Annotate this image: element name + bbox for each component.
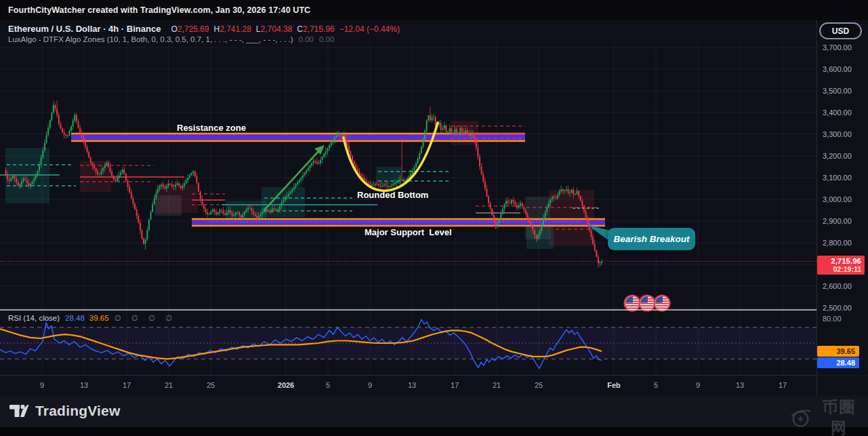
- site-watermark: 币圈网 —ALIBTC.COM—: [789, 397, 864, 436]
- time-label: Feb: [607, 381, 621, 389]
- tradingview-logo-icon: [9, 402, 29, 420]
- rsi-axis-label: 80.00: [823, 315, 842, 323]
- rounded-bottom-label[interactable]: Rounded Bottom: [357, 190, 428, 200]
- price-label: 3,400.00: [823, 108, 852, 117]
- us-flag-sticker: [655, 296, 670, 311]
- last-price-badge: 2,715.96 02:19:11: [817, 256, 865, 275]
- price-label: 3,100.00: [823, 174, 852, 182]
- time-label: 25: [207, 381, 215, 389]
- resistance-zone-label[interactable]: Resistance zone: [177, 123, 246, 133]
- tradingview-screenshot: FourthCityWatcher created with TradingVi…: [0, 0, 868, 436]
- price-label: 3,300.00: [823, 130, 852, 138]
- symbol-title[interactable]: Ethereum / U.S. Dollar · 4h · Binance: [8, 24, 161, 34]
- time-label: 17: [451, 381, 459, 389]
- price-label: 3,600.00: [823, 65, 852, 73]
- footer-strip: [0, 427, 868, 436]
- time-label: 5: [326, 381, 330, 389]
- rsi-legend[interactable]: RSI (14, close)28.4839.65∅ ∅ ∅ ∅: [8, 313, 176, 323]
- rsi-title[interactable]: RSI (14, close): [8, 314, 60, 322]
- watermark-cn-text: 币圈网: [814, 397, 864, 436]
- tradingview-wordmark: TradingView: [35, 403, 121, 419]
- time-label: 21: [493, 381, 501, 389]
- currency-toggle-button[interactable]: USD: [819, 22, 862, 39]
- tradingview-logo[interactable]: TradingView: [9, 402, 121, 420]
- rsi-value: 28.48: [65, 314, 85, 322]
- price-label: 3,500.00: [823, 87, 852, 95]
- price-label: 2,600.00: [823, 282, 852, 290]
- bar-countdown: 02:19:11: [820, 265, 861, 273]
- price-label: 3,000.00: [823, 195, 852, 203]
- time-label: 9: [696, 381, 700, 389]
- us-flag-sticker: [640, 296, 655, 311]
- chart-canvas[interactable]: [0, 0, 868, 436]
- price-label: 3,700.00: [823, 43, 852, 52]
- time-label: 9: [40, 381, 44, 389]
- symbol-legend[interactable]: Ethereum / U.S. Dollar · 4h · BinanceO2,…: [8, 24, 400, 34]
- time-label: 9: [368, 381, 372, 389]
- us-flag-sticker: [625, 296, 640, 311]
- price-label: 2,800.00: [823, 239, 852, 247]
- time-label: 17: [779, 381, 787, 389]
- time-label: 21: [165, 381, 173, 389]
- export-title: FourthCityWatcher created with TradingVi…: [8, 5, 310, 15]
- time-label: 5: [654, 381, 658, 389]
- indicator-legend[interactable]: LuxAlgo - DTFX Algo Zones (10, 1, Both, …: [8, 35, 334, 43]
- time-label: 13: [408, 381, 416, 389]
- time-label: 17: [123, 381, 131, 389]
- bearish-breakout-callout[interactable]: Bearish Breakout: [608, 228, 695, 250]
- ohlc-values: O2,725.69H2,741.28L2,704.38C2,715.96−12.…: [166, 24, 400, 34]
- rsi-ma-badge: 39.65: [817, 346, 859, 357]
- rsi-empty-slots: ∅ ∅ ∅ ∅: [115, 314, 177, 322]
- indicator-values: 0.000.00: [293, 35, 335, 43]
- time-label: 2026: [278, 381, 294, 389]
- price-label: 2,500.00: [823, 304, 852, 312]
- time-label: 25: [535, 381, 543, 389]
- footer-bar: TradingView 币圈网 —ALIBTC.COM—: [0, 395, 868, 436]
- watermark-logo-icon: [789, 406, 812, 429]
- price-axis[interactable]: USD 3,700.003,600.003,500.003,400.003,30…: [817, 20, 868, 395]
- price-label: 3,200.00: [823, 152, 852, 160]
- price-label: 2,900.00: [823, 217, 852, 225]
- last-price: 2,715.96: [820, 257, 861, 265]
- export-header-bar: FourthCityWatcher created with TradingVi…: [0, 0, 868, 20]
- time-label: 13: [80, 381, 88, 389]
- rsi-ma-value: 39.65: [89, 314, 109, 322]
- indicator-title[interactable]: LuxAlgo - DTFX Algo Zones (10, 1, Both, …: [8, 35, 293, 43]
- rsi-badge: 28.48: [817, 357, 859, 368]
- time-label: 13: [736, 381, 744, 389]
- major-support-label[interactable]: Major Support Level: [365, 227, 452, 237]
- time-axis[interactable]: 91317212520265913172125Feb591317: [0, 375, 868, 395]
